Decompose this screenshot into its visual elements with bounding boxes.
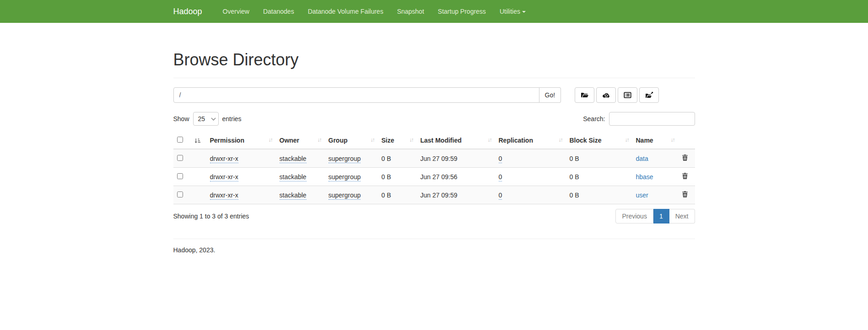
nav-item-startup-progress[interactable]: Startup Progress <box>431 0 493 23</box>
cloud-upload-icon <box>602 91 610 99</box>
sort-icon[interactable]: ↓↑ <box>371 137 374 143</box>
nav-item-snapshot[interactable]: Snapshot <box>390 0 431 23</box>
divider <box>173 78 695 78</box>
cut-paste-button[interactable] <box>618 87 637 103</box>
col-header-select <box>173 133 206 149</box>
trash-icon <box>682 154 688 161</box>
nav-item-utilities-label: Utilities <box>500 8 520 15</box>
sort-icon[interactable]: ↓↑ <box>671 137 674 143</box>
group-cell[interactable]: supergroup <box>329 155 361 163</box>
block-size-cell: 0 B <box>566 168 632 186</box>
trash-icon <box>682 191 688 198</box>
search-input[interactable] <box>609 112 695 126</box>
block-size-cell: 0 B <box>566 186 632 204</box>
nav-item-utilities[interactable]: Utilities <box>493 0 533 23</box>
pagination-previous[interactable]: Previous <box>615 209 653 224</box>
name-link[interactable]: hbase <box>636 173 653 181</box>
page-size-select[interactable]: 25 <box>193 112 219 126</box>
owner-cell[interactable]: stackable <box>280 155 307 163</box>
footer-text: Hadoop, 2023. <box>173 246 695 254</box>
folder-transfer-icon <box>645 91 653 99</box>
create-directory-button[interactable] <box>575 87 594 103</box>
size-cell: 0 B <box>378 168 417 186</box>
navbar: Hadoop Overview Datanodes Datanode Volum… <box>0 0 868 23</box>
row-checkbox[interactable] <box>177 192 183 197</box>
nav-item-datanode-volume-failures[interactable]: Datanode Volume Failures <box>301 0 390 23</box>
owner-cell[interactable]: stackable <box>280 173 307 181</box>
table-header-row: Permission↓↑ Owner↓↑ Group↓↑ Size↓↑ Last… <box>173 133 695 149</box>
last-modified-cell: Jun 27 09:59 <box>417 186 495 204</box>
replication-cell[interactable]: 0 <box>499 155 502 163</box>
delete-button[interactable] <box>682 172 688 181</box>
last-modified-cell: Jun 27 09:56 <box>417 168 495 186</box>
nav-item-overview[interactable]: Overview <box>216 0 256 23</box>
sort-icon[interactable]: ↓↑ <box>625 137 629 143</box>
sort-asc-icon[interactable] <box>194 138 200 144</box>
col-header-name[interactable]: Name↓↑ <box>632 133 678 149</box>
last-modified-cell: Jun 27 09:59 <box>417 149 495 168</box>
directory-action-buttons <box>575 87 659 103</box>
sort-icon[interactable]: ↓↑ <box>318 137 321 143</box>
nav-menu: Overview Datanodes Datanode Volume Failu… <box>216 0 533 23</box>
caret-down-icon <box>522 11 526 13</box>
chevron-down-icon <box>211 116 216 121</box>
delete-button[interactable] <box>682 191 688 199</box>
table-row: drwxr-xr-x stackable supergroup 0 B Jun … <box>173 149 695 168</box>
row-checkbox[interactable] <box>177 173 183 179</box>
page-title: Browse Directory <box>173 50 695 69</box>
permission-cell[interactable]: drwxr-xr-x <box>210 173 238 181</box>
sort-icon[interactable]: ↓↑ <box>269 137 272 143</box>
col-header-block-size[interactable]: Block Size↓↑ <box>566 133 632 149</box>
go-button[interactable]: Go! <box>539 87 561 103</box>
permission-cell[interactable]: drwxr-xr-x <box>210 192 238 200</box>
directory-table: Permission↓↑ Owner↓↑ Group↓↑ Size↓↑ Last… <box>173 133 695 204</box>
show-label: Show <box>173 115 189 122</box>
table-info: Showing 1 to 3 of 3 entries <box>173 213 249 220</box>
sort-icon[interactable]: ↓↑ <box>488 137 491 143</box>
name-link[interactable]: data <box>636 155 648 162</box>
brand-hadoop[interactable]: Hadoop <box>173 0 209 23</box>
delete-button[interactable] <box>682 154 688 163</box>
block-size-cell: 0 B <box>566 149 632 168</box>
owner-cell[interactable]: stackable <box>280 192 307 200</box>
folder-transfer-button[interactable] <box>639 87 659 103</box>
size-cell: 0 B <box>378 149 417 168</box>
size-cell: 0 B <box>378 186 417 204</box>
row-checkbox[interactable] <box>177 155 183 161</box>
replication-cell[interactable]: 0 <box>499 173 502 181</box>
col-header-owner[interactable]: Owner↓↑ <box>276 133 325 149</box>
sort-icon[interactable]: ↓↑ <box>410 137 413 143</box>
table-row: drwxr-xr-x stackable supergroup 0 B Jun … <box>173 186 695 204</box>
select-all-checkbox[interactable] <box>177 137 183 143</box>
pagination-page-1[interactable]: 1 <box>653 209 669 224</box>
replication-cell[interactable]: 0 <box>499 192 502 200</box>
table-controls: Show 25 entries Search: <box>173 112 695 126</box>
name-link[interactable]: user <box>636 192 648 199</box>
nav-item-datanodes[interactable]: Datanodes <box>256 0 301 23</box>
col-header-last-modified[interactable]: Last Modified↓↑ <box>417 133 495 149</box>
pagination-next[interactable]: Next <box>669 209 695 224</box>
table-footer: Showing 1 to 3 of 3 entries Previous 1 N… <box>173 209 695 224</box>
search-label: Search: <box>583 115 605 122</box>
table-row: drwxr-xr-x stackable supergroup 0 B Jun … <box>173 168 695 186</box>
page-size-value: 25 <box>198 115 205 122</box>
trash-icon <box>682 172 688 180</box>
group-cell[interactable]: supergroup <box>329 192 361 200</box>
path-input[interactable] <box>173 87 539 103</box>
permission-cell[interactable]: drwxr-xr-x <box>210 155 238 163</box>
group-cell[interactable]: supergroup <box>329 173 361 181</box>
footer-divider <box>173 239 695 239</box>
col-header-replication[interactable]: Replication↓↑ <box>495 133 566 149</box>
folder-open-icon <box>581 91 589 99</box>
upload-file-button[interactable] <box>596 87 616 103</box>
pagination: Previous 1 Next <box>615 209 695 224</box>
sort-icon[interactable]: ↓↑ <box>559 137 562 143</box>
path-bar: Go! <box>173 87 695 103</box>
col-header-size[interactable]: Size↓↑ <box>378 133 417 149</box>
col-header-actions <box>678 133 695 149</box>
table-body: drwxr-xr-x stackable supergroup 0 B Jun … <box>173 149 695 204</box>
list-alt-icon <box>624 91 631 99</box>
col-header-permission[interactable]: Permission↓↑ <box>206 133 276 149</box>
col-header-group[interactable]: Group↓↑ <box>325 133 378 149</box>
entries-label: entries <box>222 115 242 122</box>
